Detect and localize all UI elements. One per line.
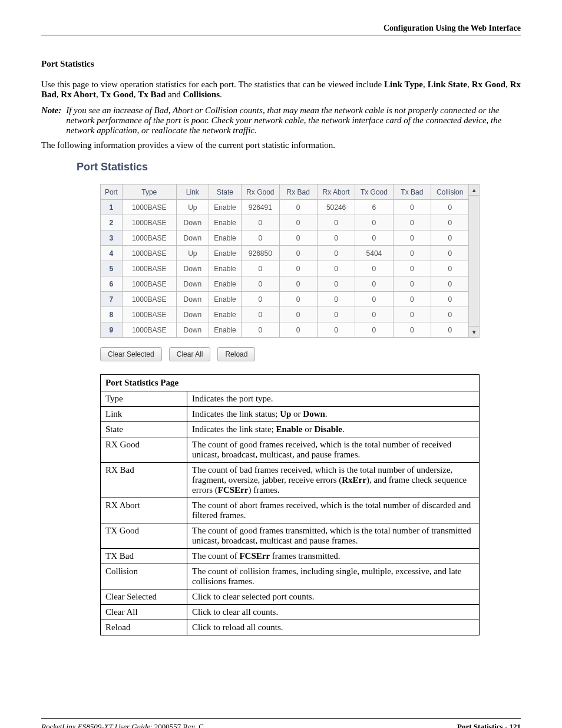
table-row[interactable]: 61000BASEDownEnable000000	[101, 276, 469, 292]
table-row[interactable]: 51000BASEDownEnable000000	[101, 261, 469, 276]
desc-text: The count of abort frames received, whic…	[187, 498, 480, 523]
data-cell: 0	[431, 322, 469, 338]
desc-row: RX AbortThe count of abort frames receiv…	[101, 498, 480, 523]
port-statistics-panel: PortTypeLinkStateRx GoodRx BadRx AbortTx…	[100, 184, 480, 361]
data-cell: 1000BASE	[122, 276, 176, 292]
desc-label: Link	[101, 407, 187, 422]
data-cell: Enable	[209, 246, 241, 261]
note-block: Note: If you see an increase of Bad, Abo…	[41, 106, 521, 136]
data-cell: 0	[279, 307, 317, 322]
data-cell: 0	[317, 292, 355, 307]
panel-title: Port Statistics	[77, 161, 521, 173]
scroll-track[interactable]	[469, 196, 479, 326]
footer-left: RocketLinx ES8509-XT User Guide: 2000557…	[41, 722, 204, 728]
desc-text: Indicates the link state; Enable or Disa…	[187, 422, 480, 437]
data-cell: 926850	[242, 246, 279, 261]
column-header[interactable]: State	[209, 185, 241, 200]
desc-row: TX BadThe count of FCSErr frames transmi…	[101, 549, 480, 564]
column-header[interactable]: Port	[101, 185, 123, 200]
table-row[interactable]: 21000BASEDownEnable000000	[101, 215, 469, 230]
data-cell: 0	[393, 246, 431, 261]
desc-label: RX Abort	[101, 498, 187, 523]
port-cell: 7	[101, 292, 123, 307]
port-cell: 2	[101, 215, 123, 230]
column-header[interactable]: Rx Good	[242, 185, 279, 200]
desc-text: Click to reload all counts.	[187, 620, 480, 635]
table-row[interactable]: 11000BASEUpEnable926491050246600	[101, 200, 469, 215]
data-cell: Enable	[209, 261, 241, 276]
data-cell: Enable	[209, 307, 241, 322]
clear-all-button[interactable]: Clear All	[169, 347, 211, 361]
data-cell: 1000BASE	[122, 322, 176, 338]
data-cell: 0	[317, 246, 355, 261]
column-header[interactable]: Tx Good	[355, 185, 393, 200]
desc-row: RX BadThe count of bad frames received, …	[101, 463, 480, 498]
data-cell: 0	[317, 307, 355, 322]
data-cell: Enable	[209, 230, 241, 246]
data-cell: 0	[317, 322, 355, 338]
data-cell: 0	[431, 261, 469, 276]
data-cell: 0	[279, 292, 317, 307]
data-cell: Up	[176, 246, 209, 261]
table-row[interactable]: 91000BASEDownEnable000000	[101, 322, 469, 338]
data-cell: 1000BASE	[122, 261, 176, 276]
scroll-up-icon[interactable]: ▲	[469, 185, 479, 196]
data-cell: 0	[279, 322, 317, 338]
data-cell: Up	[176, 200, 209, 215]
column-header[interactable]: Link	[176, 185, 209, 200]
column-header[interactable]: Rx Bad	[279, 185, 317, 200]
data-cell: 0	[355, 292, 393, 307]
column-header[interactable]: Rx Abort	[317, 185, 355, 200]
clear-selected-button[interactable]: Clear Selected	[100, 347, 162, 361]
table-row[interactable]: 71000BASEDownEnable000000	[101, 292, 469, 307]
table-row[interactable]: 31000BASEDownEnable000000	[101, 230, 469, 246]
port-cell: 1	[101, 200, 123, 215]
column-header[interactable]: Tx Bad	[393, 185, 431, 200]
desc-label: Clear Selected	[101, 589, 187, 605]
header-rule: Configuration Using the Web Interface	[41, 24, 521, 35]
column-header[interactable]: Collision	[431, 185, 469, 200]
action-button-row: Clear Selected Clear All Reload	[100, 347, 480, 361]
data-cell: 1000BASE	[122, 230, 176, 246]
table-scrollbar[interactable]: ▲ ▼	[469, 184, 480, 338]
table-row[interactable]: 81000BASEDownEnable000000	[101, 307, 469, 322]
note-label: Note:	[41, 106, 61, 136]
scroll-down-icon[interactable]: ▼	[469, 326, 479, 337]
data-cell: 0	[279, 246, 317, 261]
note-body: If you see an increase of Bad, Abort or …	[66, 106, 521, 136]
data-cell: 0	[393, 276, 431, 292]
desc-text: The count of good frames transmitted, wh…	[187, 523, 480, 549]
data-cell: 0	[242, 276, 279, 292]
data-cell: 0	[242, 292, 279, 307]
desc-row: TypeIndicates the port type.	[101, 391, 480, 407]
desc-text: The count of FCSErr frames transmitted.	[187, 549, 480, 564]
desc-text: Click to clear selected port counts.	[187, 589, 480, 605]
header-breadcrumb: Configuration Using the Web Interface	[41, 24, 521, 33]
table-row[interactable]: 41000BASEUpEnable92685000540400	[101, 246, 469, 261]
data-cell: Enable	[209, 292, 241, 307]
desc-text: Indicates the port type.	[187, 391, 480, 407]
data-cell: 0	[431, 292, 469, 307]
data-cell: 1000BASE	[122, 200, 176, 215]
port-cell: 8	[101, 307, 123, 322]
data-cell: 0	[279, 261, 317, 276]
desc-row: Clear SelectedClick to clear selected po…	[101, 589, 480, 605]
data-cell: 0	[279, 215, 317, 230]
desc-text: Click to clear all counts.	[187, 605, 480, 620]
data-cell: 0	[431, 307, 469, 322]
data-cell: 0	[393, 230, 431, 246]
port-cell: 6	[101, 276, 123, 292]
data-cell: 1000BASE	[122, 292, 176, 307]
column-header[interactable]: Type	[122, 185, 176, 200]
data-cell: 0	[431, 276, 469, 292]
footer-right: Port Statistics - 121	[457, 722, 521, 728]
data-cell: 0	[279, 200, 317, 215]
data-cell: 0	[431, 246, 469, 261]
data-cell: Enable	[209, 322, 241, 338]
data-cell: 0	[242, 230, 279, 246]
data-cell: Enable	[209, 276, 241, 292]
desc-label: RX Good	[101, 437, 187, 463]
reload-button[interactable]: Reload	[217, 347, 255, 361]
desc-text: The count of collision frames, including…	[187, 564, 480, 589]
data-cell: 0	[242, 307, 279, 322]
